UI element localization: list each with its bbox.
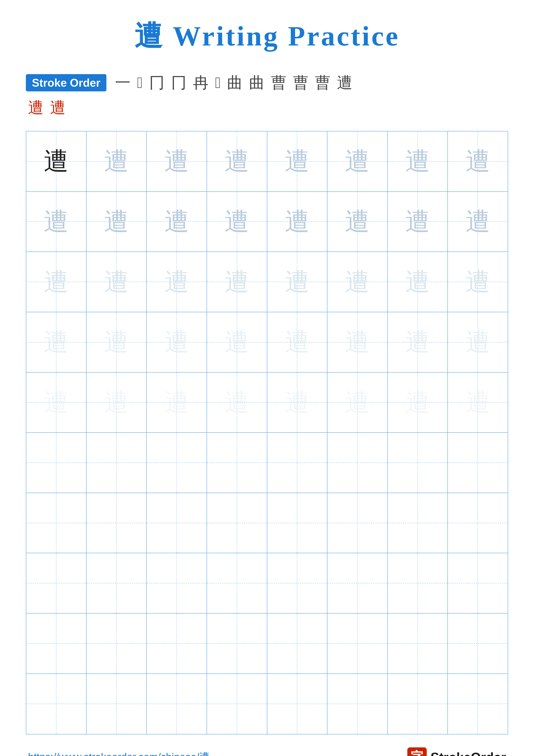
cell-7-8[interactable] xyxy=(448,493,508,554)
cell-1-3[interactable]: 遭 xyxy=(147,131,207,192)
cell-5-5[interactable]: 遭 xyxy=(267,373,328,433)
cell-5-7[interactable]: 遭 xyxy=(388,373,448,433)
cell-4-8[interactable]: 遭 xyxy=(448,312,508,373)
cell-5-2[interactable]: 遭 xyxy=(87,373,147,433)
cell-2-3[interactable]: 遭 xyxy=(147,192,207,252)
cell-7-7[interactable] xyxy=(388,493,448,554)
cell-7-6[interactable] xyxy=(327,493,388,554)
cell-6-5[interactable] xyxy=(267,433,328,493)
cell-9-2[interactable] xyxy=(87,613,147,674)
footer-url[interactable]: https://www.strokeorder.com/chinese/遭 xyxy=(28,750,210,756)
cell-3-5[interactable]: 遭 xyxy=(267,252,328,312)
cell-char: 遭 xyxy=(285,145,310,178)
cell-5-8[interactable]: 遭 xyxy=(448,373,508,433)
stroke-r2-1: 遭 xyxy=(28,97,43,118)
cell-1-2[interactable]: 遭 xyxy=(87,131,147,192)
cell-5-3[interactable]: 遭 xyxy=(147,373,207,433)
cell-7-5[interactable] xyxy=(267,493,328,554)
cell-8-8[interactable] xyxy=(448,553,508,613)
cell-4-5[interactable]: 遭 xyxy=(267,312,328,373)
cell-2-5[interactable]: 遭 xyxy=(267,192,328,252)
cell-8-3[interactable] xyxy=(147,553,207,613)
cell-2-6[interactable]: 遭 xyxy=(327,192,388,252)
cell-2-1[interactable]: 遭 xyxy=(26,192,87,252)
cell-1-5[interactable]: 遭 xyxy=(267,131,328,192)
cell-6-1[interactable] xyxy=(26,433,87,493)
cell-7-2[interactable] xyxy=(87,493,147,554)
cell-4-2[interactable]: 遭 xyxy=(87,312,147,373)
cell-7-4[interactable] xyxy=(207,493,267,554)
cell-5-1[interactable]: 遭 xyxy=(26,373,87,433)
cell-char: 遭 xyxy=(44,386,68,419)
cell-3-3[interactable]: 遭 xyxy=(147,252,207,312)
cell-char: 遭 xyxy=(466,205,490,238)
cell-3-1[interactable]: 遭 xyxy=(26,252,87,312)
cell-10-1[interactable] xyxy=(26,674,87,734)
cell-char: 遭 xyxy=(285,386,310,419)
cell-4-7[interactable]: 遭 xyxy=(388,312,448,373)
cell-6-7[interactable] xyxy=(388,433,448,493)
stroke-order-row2: 遭 遭 xyxy=(26,97,508,118)
cell-6-8[interactable] xyxy=(448,433,508,493)
cell-3-6[interactable]: 遭 xyxy=(327,252,388,312)
cell-2-2[interactable]: 遭 xyxy=(87,192,147,252)
cell-3-4[interactable]: 遭 xyxy=(207,252,267,312)
cell-4-4[interactable]: 遭 xyxy=(207,312,267,373)
cell-6-4[interactable] xyxy=(207,433,267,493)
cell-10-2[interactable] xyxy=(87,674,147,734)
cell-10-5[interactable] xyxy=(267,674,328,734)
cell-1-6[interactable]: 遭 xyxy=(327,131,388,192)
cell-3-8[interactable]: 遭 xyxy=(448,252,508,312)
cell-10-7[interactable] xyxy=(388,674,448,734)
grid-row-9 xyxy=(26,613,508,674)
cell-8-4[interactable] xyxy=(207,553,267,613)
stroke-order-section: Stroke Order 一 𠃌 冂 冂 冉 𠭴 曲 曲 曹 曹 曹 遭 遭 遭 xyxy=(26,72,508,118)
cell-char: 遭 xyxy=(44,265,68,299)
cell-10-8[interactable] xyxy=(448,674,508,734)
cell-9-8[interactable] xyxy=(448,613,508,674)
cell-4-1[interactable]: 遭 xyxy=(26,312,87,373)
cell-9-5[interactable] xyxy=(267,613,328,674)
cell-10-6[interactable] xyxy=(327,674,388,734)
cell-7-1[interactable] xyxy=(26,493,87,554)
cell-8-2[interactable] xyxy=(87,553,147,613)
cell-char: 遭 xyxy=(165,386,189,419)
cell-4-6[interactable]: 遭 xyxy=(327,312,388,373)
cell-2-7[interactable]: 遭 xyxy=(388,192,448,252)
cell-6-3[interactable] xyxy=(147,433,207,493)
cell-5-6[interactable]: 遭 xyxy=(327,373,388,433)
cell-9-4[interactable] xyxy=(207,613,267,674)
cell-1-4[interactable]: 遭 xyxy=(207,131,267,192)
cell-3-7[interactable]: 遭 xyxy=(388,252,448,312)
cell-9-6[interactable] xyxy=(327,613,388,674)
cell-6-2[interactable] xyxy=(87,433,147,493)
stroke-3: 冂 xyxy=(149,72,165,93)
cell-5-4[interactable]: 遭 xyxy=(207,373,267,433)
cell-char: 遭 xyxy=(104,386,129,419)
cell-9-7[interactable] xyxy=(388,613,448,674)
cell-8-5[interactable] xyxy=(267,553,328,613)
cell-char: 遭 xyxy=(104,265,129,299)
cell-3-2[interactable]: 遭 xyxy=(87,252,147,312)
cell-8-1[interactable] xyxy=(26,553,87,613)
stroke-chars: 一 𠃌 冂 冂 冉 𠭴 曲 曲 曹 曹 曹 遭 xyxy=(115,72,353,93)
cell-1-1[interactable]: 遭 xyxy=(26,131,87,192)
cell-7-3[interactable] xyxy=(147,493,207,554)
cell-10-4[interactable] xyxy=(207,674,267,734)
cell-2-8[interactable]: 遭 xyxy=(448,192,508,252)
cell-1-8[interactable]: 遭 xyxy=(448,131,508,192)
cell-9-3[interactable] xyxy=(147,613,207,674)
cell-9-1[interactable] xyxy=(26,613,87,674)
cell-8-6[interactable] xyxy=(327,553,388,613)
cell-char: 遭 xyxy=(405,205,430,238)
cell-4-3[interactable]: 遭 xyxy=(147,312,207,373)
cell-1-7[interactable]: 遭 xyxy=(388,131,448,192)
cell-2-4[interactable]: 遭 xyxy=(207,192,267,252)
stroke-r2-2: 遭 xyxy=(50,97,65,118)
grid-row-4: 遭 遭 遭 遭 遭 遭 遭 遭 xyxy=(26,312,508,373)
cell-10-3[interactable] xyxy=(147,674,207,734)
cell-6-6[interactable] xyxy=(327,433,388,493)
cell-char: 遭 xyxy=(345,145,369,178)
cell-8-7[interactable] xyxy=(388,553,448,613)
page: 遭 Writing Practice Stroke Order 一 𠃌 冂 冂 … xyxy=(0,0,534,756)
